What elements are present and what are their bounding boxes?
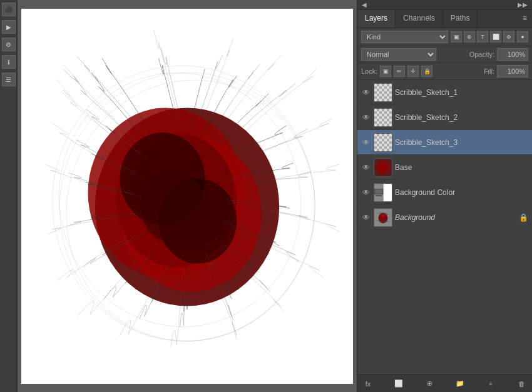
layer-visibility-base[interactable]: 👁 (361, 163, 371, 173)
filter-kind-dropdown[interactable]: Kind (361, 31, 448, 43)
lock-image-btn[interactable]: ✏ (394, 66, 405, 77)
layer-name-background: Background (395, 213, 516, 222)
opacity-input[interactable] (497, 48, 528, 61)
fill-label: Fill: (484, 68, 494, 75)
blend-mode-row: Normal Opacity: (357, 46, 532, 63)
layer-row-scribble2[interactable]: 👁 Scribble_Sketch_2 (357, 105, 532, 130)
tool-settings[interactable]: ⚙ (2, 38, 16, 51)
layer-lock-background: 🔒 (519, 213, 528, 222)
lock-transparent-btn[interactable]: ▣ (380, 66, 391, 77)
effects-btn[interactable]: fx (362, 378, 374, 389)
canvas-area (18, 0, 357, 392)
layer-visibility-scribble3[interactable]: 👁 (361, 138, 371, 148)
layer-thumb-scribble3 (374, 133, 392, 152)
layer-name-scribble3: Scribble_Sketch_3 (395, 138, 528, 147)
svg-point-14 (379, 213, 386, 221)
layer-name-scribble2: Scribble_Sketch_2 (395, 113, 528, 122)
layer-thumb-scribble1 (374, 83, 392, 102)
lock-all-btn[interactable]: 🔒 (421, 66, 432, 77)
tool-brush[interactable]: ⬛ (2, 3, 16, 16)
filter-row: Kind ▣ ⊕ T ⬜ ⊛ ● (357, 28, 532, 46)
filter-toggle-btn[interactable]: ● (517, 31, 528, 43)
svg-point-15 (382, 214, 384, 217)
panel-collapse-btn[interactable]: ◀ (360, 1, 369, 8)
artwork-svg (21, 9, 353, 384)
lock-position-btn[interactable]: ✛ (407, 66, 419, 77)
filter-smart-icon[interactable]: ⊛ (503, 31, 514, 43)
svg-point-7 (141, 171, 205, 242)
layer-thumb-scribble2 (374, 108, 392, 127)
layer-thumb-bg-color (374, 183, 392, 202)
panel-menu-btn[interactable]: ≡ (518, 10, 532, 28)
layer-visibility-scribble2[interactable]: 👁 (361, 113, 371, 123)
mask-btn[interactable]: ⬜ (393, 378, 404, 389)
layer-list: 👁 Scribble_Sketch_1 👁 Scribble_Sketch_2 … (357, 80, 532, 374)
layer-name-bg-color: Background Color (395, 188, 528, 197)
layer-row-scribble3[interactable]: 👁 Scribble_Sketch_3 (357, 130, 532, 155)
tool-list[interactable]: ☰ (2, 73, 16, 86)
layer-name-base: Base (395, 163, 528, 172)
tab-layers[interactable]: Layers (357, 10, 396, 28)
group-btn[interactable]: 📁 (454, 378, 466, 389)
panel-top-bar: ◀ ▶▶ (357, 0, 532, 10)
delete-btn[interactable]: 🗑 (516, 378, 527, 389)
layers-panel: ◀ ▶▶ Layers Channels Paths ≡ Kind ▣ ⊕ T … (357, 0, 532, 392)
layer-visibility-background[interactable]: 👁 (361, 213, 371, 223)
blend-mode-dropdown[interactable]: Normal (361, 48, 436, 61)
fill-input[interactable] (497, 65, 528, 78)
layer-visibility-bg-color[interactable]: 👁 (361, 188, 371, 198)
filter-pixel-icon[interactable]: ▣ (451, 31, 462, 43)
filter-adjustment-icon[interactable]: ⊕ (464, 31, 475, 43)
lock-label: Lock: (361, 68, 377, 75)
panel-expand-btn[interactable]: ▶▶ (516, 1, 529, 8)
layer-row-scribble1[interactable]: 👁 Scribble_Sketch_1 (357, 80, 532, 105)
adjustment-btn[interactable]: ⊕ (424, 378, 435, 389)
panel-tabs: Layers Channels Paths ≡ (357, 10, 532, 28)
lock-row: Lock: ▣ ✏ ✛ 🔒 Fill: (357, 63, 532, 80)
layer-row-bg-color[interactable]: 👁 Background Color (357, 180, 532, 205)
tool-play[interactable]: ▶ (2, 20, 16, 34)
tool-info[interactable]: ℹ (2, 55, 16, 69)
layer-row-background[interactable]: 👁 Background 🔒 (357, 205, 532, 230)
filter-shape-icon[interactable]: ⬜ (490, 31, 501, 43)
layer-name-scribble1: Scribble_Sketch_1 (395, 88, 528, 97)
tab-paths[interactable]: Paths (443, 10, 478, 28)
left-toolbar: ⬛ ▶ ⚙ ℹ ☰ (0, 0, 18, 392)
filter-type-icon[interactable]: T (477, 31, 488, 43)
tab-channels[interactable]: Channels (396, 10, 443, 28)
opacity-label: Opacity: (469, 51, 494, 58)
layer-thumb-background (374, 208, 392, 227)
layer-row-base[interactable]: 👁 Base (357, 155, 532, 180)
canvas-content (21, 9, 353, 384)
layer-thumb-base (374, 158, 392, 177)
panel-bottom-toolbar: fx ⬜ ⊕ 📁 + 🗑 (357, 374, 532, 392)
layer-visibility-scribble1[interactable]: 👁 (361, 88, 371, 98)
new-layer-btn[interactable]: + (485, 378, 496, 389)
